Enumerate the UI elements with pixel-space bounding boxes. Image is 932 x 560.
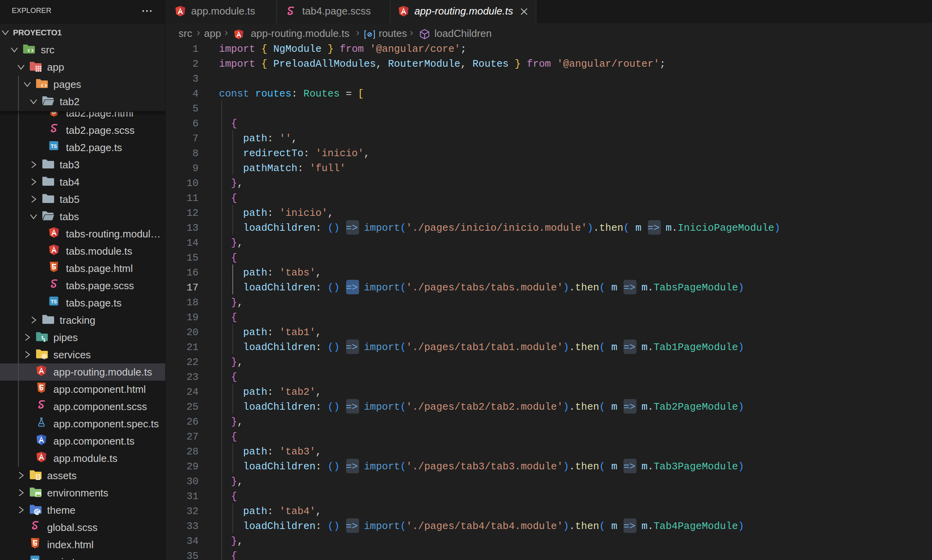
- svg-text:TS: TS: [51, 299, 57, 305]
- svg-text:TS: TS: [32, 558, 38, 560]
- svg-text:TS: TS: [51, 144, 57, 149]
